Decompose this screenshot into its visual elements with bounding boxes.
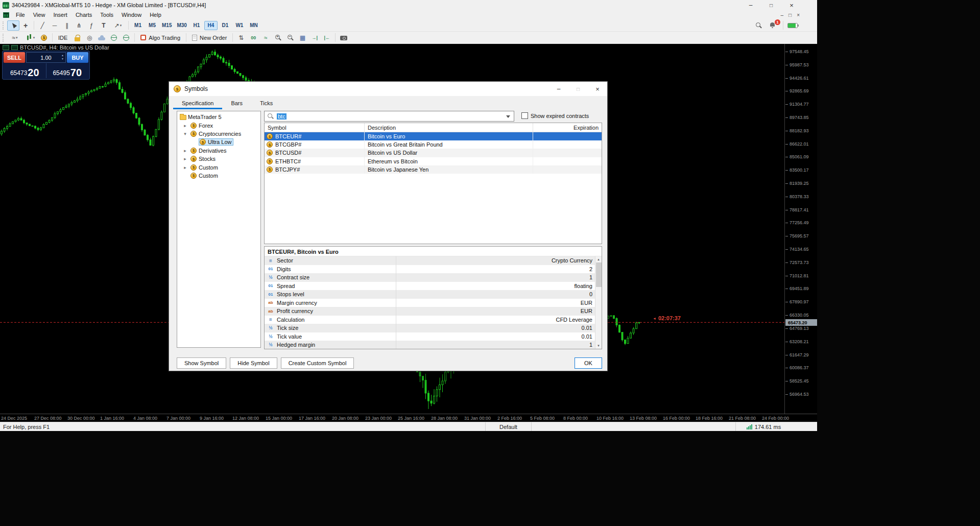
scale-fix-button[interactable]: 00 [247,33,259,43]
zoom-in-button[interactable]: + [272,33,284,43]
tree-item-custom[interactable]: Custom [177,172,260,180]
ide-button[interactable]: IDE [55,33,71,43]
scroll-up-icon[interactable] [595,256,602,262]
text-tool-button[interactable]: T [98,20,110,31]
property-row-stops-level[interactable]: 01Stops level0 [265,290,602,299]
profit-currency-button[interactable] [38,33,50,43]
checkbox-icon[interactable] [521,112,528,119]
property-row-sector[interactable]: ≡SectorCrypto Currency [265,256,602,265]
timeframe-m5-button[interactable]: M5 [146,21,159,30]
menu-item-help[interactable]: Help [146,10,165,19]
timeframe-m15-button[interactable]: M15 [160,21,174,30]
collapse-arrow-icon[interactable]: ▾ [182,131,188,136]
market-button[interactable] [120,33,132,43]
window-close-button[interactable] [781,1,802,10]
tree-item-stocks[interactable]: ▸Stocks [177,155,260,163]
dialog-close-button[interactable] [588,82,607,96]
tab-specification[interactable]: Specification [173,98,222,109]
search-button[interactable] [752,20,764,31]
show-expired-checkbox[interactable]: Show expired contracts [521,112,589,119]
window-maximize-button[interactable] [761,1,781,10]
horizontal-line-tool-button[interactable]: ─ [49,20,61,31]
time-axis[interactable]: 24 Dec 202527 Dec 08:0030 Dec 00:001 Jan… [0,414,817,422]
property-row-tick-size[interactable]: ½Tick size0.01 [265,324,602,332]
details-scrollbar[interactable] [595,256,602,349]
mdi-minimize-icon[interactable]: – [781,12,784,18]
column-header-description[interactable]: Description [365,123,533,132]
lock-button[interactable] [71,33,83,43]
create-custom-symbol-button[interactable]: Create Custom Symbol [281,357,354,369]
column-header-expiration[interactable]: Expiration [533,123,602,132]
expand-arrow-icon[interactable]: ▸ [182,123,188,128]
hide-symbol-button[interactable]: Hide Symbol [230,357,277,369]
pitchfork-tool-button[interactable]: ⋔ [73,20,85,31]
window-minimize-button[interactable] [740,1,761,10]
dialog-maximize-button[interactable] [568,82,588,96]
symbol-row-btcjpy[interactable]: BTCJPY#Bitcoin vs Japanese Yen [265,165,602,174]
timeframe-h1-button[interactable]: H1 [190,21,203,30]
symbol-row-btceur[interactable]: BTCEUR#Bitcoin vs Euro [265,132,602,140]
status-profile[interactable]: Default [485,422,531,431]
tab-ticks[interactable]: Ticks [251,98,281,109]
tree-item-cryptocurrencies[interactable]: ▾Cryptocurrencies [177,130,260,138]
chart-shift-button[interactable]: →| [308,33,321,43]
property-row-digits[interactable]: 01Digits2 [265,265,602,274]
timeframe-mn-button[interactable]: MN [247,21,260,30]
timeframe-d1-button[interactable]: D1 [219,21,232,30]
property-row-calculation[interactable]: ≡CalculationCFD Leverage [265,316,602,324]
cloud-button[interactable] [95,33,108,43]
sort-button[interactable]: ⇅ [235,33,247,43]
line-chart-type-button[interactable]: ≈▾ [7,33,22,43]
menu-item-file[interactable]: File [12,10,29,19]
price-axis[interactable]: 65473.20 97548.4595987.5394426.6192865.6… [784,44,817,414]
candle-chart-type-button[interactable]: ▾ [22,33,38,43]
timeframe-m1-button[interactable]: M1 [131,21,145,30]
tab-bars[interactable]: Bars [222,98,251,109]
tree-item-metatrader-5[interactable]: MetaTrader 5 [177,113,260,121]
toolbar-grip[interactable] [3,34,5,42]
grid-button[interactable]: ▦ [296,33,308,43]
expand-arrow-icon[interactable]: ▸ [182,148,188,153]
property-row-tick-value[interactable]: ½Tick value0.01 [265,332,602,341]
screenshot-button[interactable] [338,33,350,43]
menu-item-insert[interactable]: Insert [49,10,71,19]
search-dropdown-icon[interactable] [506,115,510,118]
property-row-contract-size[interactable]: ½Contract size1 [265,273,602,282]
scroll-down-icon[interactable] [595,343,602,349]
community-button[interactable] [108,33,120,43]
symbol-search-input[interactable]: btc [264,111,514,122]
expand-arrow-icon[interactable]: ▸ [182,156,188,161]
tree-item-custom[interactable]: ▸Custom [177,163,260,171]
dialog-minimize-button[interactable] [549,82,568,96]
menu-item-charts[interactable]: Charts [71,10,96,19]
symbol-row-ethbtc[interactable]: ETHBTC#Ethereum vs Bitcoin [265,157,602,165]
tree-item-forex[interactable]: ▸Forex [177,121,260,129]
fibonacci-tool-button[interactable]: ƒ [85,20,98,31]
trendline-tool-button[interactable]: ╱ [36,20,49,31]
symbol-row-btcgbp[interactable]: BTCGBP#Bitcoin vs Great Britain Pound [265,140,602,149]
property-row-profit-currency[interactable]: abProfit currencyEUR [265,307,602,316]
menu-item-view[interactable]: View [29,10,50,19]
tick-chart-button[interactable]: ≈ [259,33,272,43]
algo-trading-button[interactable]: Algo Trading [137,33,184,43]
radio-button[interactable]: ◎ [83,33,95,43]
property-row-margin-currency[interactable]: abMargin currencyEUR [265,299,602,307]
tree-item-derivatives[interactable]: ▸Derivatives [177,147,260,155]
toolbar-grip[interactable] [3,21,5,30]
scrollbar-thumb[interactable] [596,262,602,287]
timeframe-m30-button[interactable]: M30 [175,21,188,30]
zoom-out-button[interactable]: − [284,33,296,43]
auto-scroll-button[interactable]: |← [321,33,333,43]
status-connection[interactable]: 174.61 ms [735,422,792,431]
mdi-restore-icon[interactable]: □ [788,12,792,18]
dialog-titlebar[interactable]: Symbols [169,82,607,96]
ok-button[interactable]: OK [575,357,602,369]
property-row-hedged-margin[interactable]: ½Hedged margin1 [265,341,602,349]
shapes-tool-button[interactable]: ↗▾ [110,20,126,31]
new-order-button[interactable]: New Order [188,33,230,43]
timeframe-w1-button[interactable]: W1 [233,21,246,30]
crosshair-tool-button[interactable]: + [19,20,32,31]
column-header-symbol[interactable]: Symbol [265,123,365,132]
tree-item-ultra-low[interactable]: Ultra Low [177,138,260,146]
channel-tool-button[interactable]: ∥ [61,20,73,31]
